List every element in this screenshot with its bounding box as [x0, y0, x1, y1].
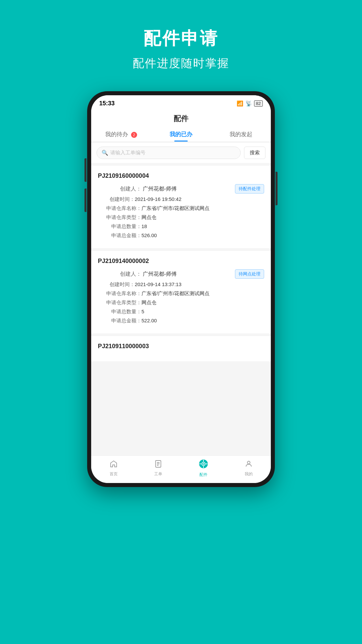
svg-point-11	[247, 461, 250, 464]
search-button[interactable]: 搜索	[244, 147, 265, 159]
power-button	[276, 172, 278, 205]
signal-icon: 📶	[237, 100, 243, 107]
card-1-creator-row: 创建人： 广州花都-师傅 待配件处理	[98, 184, 264, 194]
card-1-qty-label: 申请总数量：	[105, 223, 141, 230]
card-1-warehouse-type-label: 申请仓库类型：	[105, 214, 141, 221]
mine-icon	[245, 460, 253, 470]
card-1-warehouse-type-row: 申请仓库类型： 网点仓	[98, 214, 264, 221]
tab-pending[interactable]: 我的待办 2	[91, 126, 151, 142]
card-2-warehouse-name-row: 申请仓库名称： 广东省/广州市/花都区测试网点	[98, 290, 264, 297]
tab-bar: 我的待办 2 我的已办 我的发起	[91, 126, 271, 142]
tab-done[interactable]: 我的已办	[151, 126, 211, 142]
content-area: PJ2109160000004 创建人： 广州花都-师傅 待配件处理 创建时间：…	[91, 163, 271, 455]
card-2-warehouse-name-value: 广东省/广州市/花都区测试网点	[141, 290, 209, 297]
card-3-id: PJ2109110000003	[98, 343, 264, 350]
card-1-warehouse-name-value: 广东省/广州市/花都区测试网点	[141, 205, 209, 212]
card-1-warehouse-name-row: 申请仓库名称： 广东省/广州市/花都区测试网点	[98, 205, 264, 212]
card-1-time-label: 创建时间：	[105, 196, 135, 203]
hero-header: 配件申请 配件进度随时掌握	[133, 0, 229, 71]
card-1-creator-value: 广州花都-师傅	[143, 185, 177, 193]
card-1-id: PJ2109160000004	[98, 172, 264, 179]
volume-up-button	[84, 158, 86, 182]
card-1-creator-label: 创建人：	[105, 185, 141, 193]
card-2-id: PJ2109140000002	[98, 258, 264, 265]
card-1-amount-label: 申请总金额：	[105, 232, 141, 239]
search-input-wrap[interactable]: 🔍 请输入工单编号	[97, 147, 241, 159]
card-2-status-badge: 待网点处理	[235, 269, 264, 279]
card-1-warehouse-type-value: 网点仓	[141, 214, 157, 221]
card-2-time-value: 2021-09-14 13:37:13	[135, 281, 181, 287]
home-icon	[110, 460, 118, 470]
wifi-icon: 📡	[245, 100, 252, 107]
volume-down-button	[84, 189, 86, 212]
card-2-time-label: 创建时间：	[105, 281, 135, 288]
card-2-time-row: 创建时间： 2021-09-14 13:37:13	[98, 281, 264, 288]
nav-workorder[interactable]: 工单	[154, 460, 162, 477]
card-2[interactable]: PJ2109140000002 创建人： 广州花都-师傅 待网点处理 创建时间：…	[91, 251, 271, 333]
search-placeholder: 请输入工单编号	[110, 150, 145, 156]
workorder-icon	[154, 460, 162, 470]
card-2-qty-label: 申请总数量：	[105, 309, 141, 315]
svg-point-6	[203, 463, 204, 465]
search-bar: 🔍 请输入工单编号 搜索	[91, 143, 271, 163]
card-2-amount-label: 申请总金额：	[105, 318, 141, 324]
card-2-amount-value: 522.00	[141, 318, 157, 323]
bottom-nav: 首页 工单	[91, 455, 271, 483]
card-2-qty-value: 5	[141, 309, 144, 314]
nav-home[interactable]: 首页	[110, 460, 118, 477]
nav-parts-label: 配件	[199, 472, 207, 478]
app-header: 配件	[91, 110, 271, 126]
status-time: 15:33	[99, 100, 115, 107]
app-title: 配件	[91, 114, 271, 124]
card-1-time-row: 创建时间： 2021-09-16 19:50:42	[98, 196, 264, 203]
battery-icon: 82	[254, 100, 263, 107]
card-1-qty-value: 18	[141, 223, 147, 229]
card-2-creator-row: 创建人： 广州花都-师傅 待网点处理	[98, 269, 264, 279]
nav-mine-label: 我的	[245, 471, 253, 477]
nav-home-label: 首页	[110, 471, 118, 477]
card-1-time-value: 2021-09-16 19:50:42	[135, 196, 181, 202]
card-1-qty-row: 申请总数量： 18	[98, 223, 264, 230]
card-2-warehouse-type-label: 申请仓库类型：	[105, 300, 141, 306]
card-2-warehouse-type-row: 申请仓库类型： 网点仓	[98, 300, 264, 306]
card-2-warehouse-type-value: 网点仓	[141, 300, 157, 306]
tab-initiated[interactable]: 我的发起	[211, 126, 271, 142]
card-2-creator-label: 创建人：	[105, 271, 141, 278]
card-1-warehouse-name-label: 申请仓库名称：	[105, 205, 141, 212]
status-right-icons: 📶 📡 82	[237, 100, 263, 107]
nav-mine[interactable]: 我的	[245, 460, 253, 477]
nav-workorder-label: 工单	[154, 471, 162, 477]
hero-subtitle: 配件进度随时掌握	[133, 56, 229, 71]
parts-icon	[199, 459, 208, 471]
search-icon: 🔍	[102, 150, 108, 156]
nav-parts[interactable]: 配件	[199, 459, 208, 478]
hero-title: 配件申请	[133, 27, 229, 50]
card-1-amount-row: 申请总金额： 526.00	[98, 232, 264, 239]
pending-badge: 2	[131, 132, 137, 138]
card-2-amount-row: 申请总金额： 522.00	[98, 318, 264, 324]
card-3[interactable]: PJ2109110000003	[91, 336, 271, 361]
card-1-amount-value: 526.00	[141, 232, 157, 238]
card-1-status-badge: 待配件处理	[235, 184, 264, 194]
card-2-creator-value: 广州花都-师傅	[143, 271, 177, 278]
status-bar: 15:33 📶 📡 82	[91, 95, 271, 110]
phone-mockup: 15:33 📶 📡 82 配件 我的待办 2 我的已办 我的发起	[87, 91, 275, 487]
card-2-warehouse-name-label: 申请仓库名称：	[105, 290, 141, 297]
card-1[interactable]: PJ2109160000004 创建人： 广州花都-师傅 待配件处理 创建时间：…	[91, 166, 271, 248]
card-2-qty-row: 申请总数量： 5	[98, 309, 264, 315]
phone-screen: 15:33 📶 📡 82 配件 我的待办 2 我的已办 我的发起	[91, 95, 271, 483]
